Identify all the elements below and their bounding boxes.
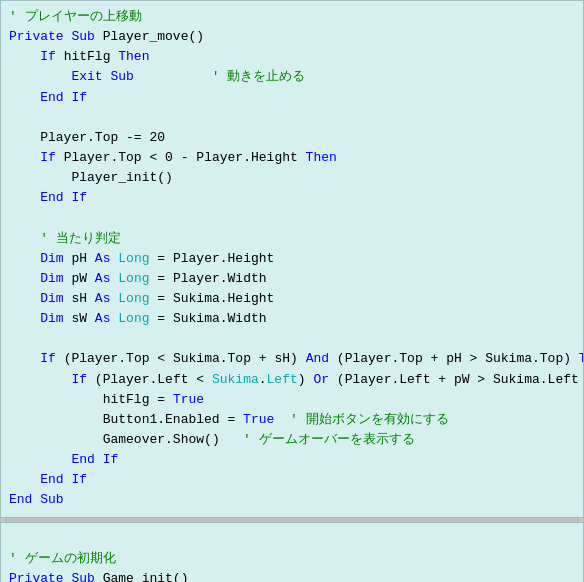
code-block-player-move: ' プレイヤーの上移動 Private Sub Player_move() If… xyxy=(0,0,584,518)
code-block-game-init: ' ゲームの初期化 Private Sub Game_init() Button… xyxy=(0,522,584,582)
kw-private1: Private xyxy=(9,29,64,44)
comment-player-move: ' プレイヤーの上移動 xyxy=(9,9,142,24)
code-container: ' プレイヤーの上移動 Private Sub Player_move() If… xyxy=(0,0,584,582)
